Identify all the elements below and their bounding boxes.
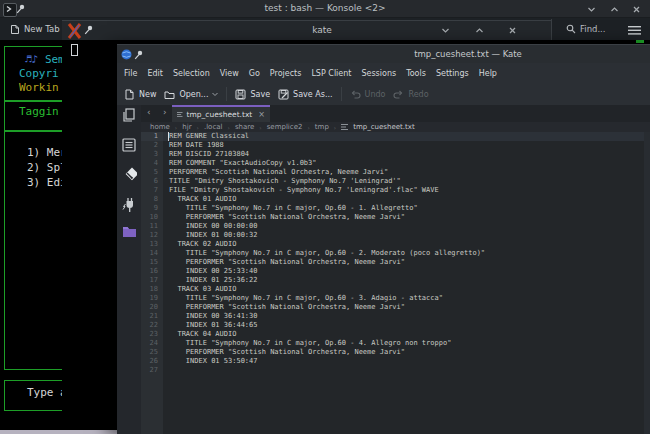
- symbol-list-icon[interactable]: [122, 138, 136, 152]
- editor-line[interactable]: 27: [141, 366, 650, 375]
- editor-line[interactable]: 2REM DATE 1988: [141, 141, 650, 150]
- breadcrumb-file[interactable]: tmp_cuesheet.txt: [353, 123, 414, 131]
- terminal-border-peek: [636, 40, 644, 43]
- editor-line[interactable]: 3REM DISCID 27103804: [141, 150, 650, 159]
- editor-area[interactable]: 1REM GENRE Classical2REM DATE 19883REM D…: [141, 132, 650, 434]
- tab-prev-icon[interactable]: ‹: [147, 107, 151, 117]
- editor-line[interactable]: 13 TRACK 02 AUDIO: [141, 240, 650, 249]
- crumb-home[interactable]: home: [150, 123, 170, 131]
- menu-tools[interactable]: Tools: [406, 69, 426, 78]
- tab-close-icon[interactable]: ×: [258, 110, 265, 119]
- terminal-plug-icon[interactable]: [122, 197, 136, 214]
- line-number: 17: [141, 276, 163, 285]
- find-button[interactable]: Find...: [566, 22, 606, 36]
- editor-line[interactable]: 12 INDEX 01 00:00:32: [141, 231, 650, 240]
- pin-icon[interactable]: [134, 50, 143, 60]
- editor-line[interactable]: 25 PERFORMER "Scottish National Orchestr…: [141, 348, 650, 357]
- close-icon[interactable]: [508, 26, 517, 35]
- open-button[interactable]: Open...: [164, 89, 218, 100]
- kate-terminal-titlebar[interactable]: kate: [62, 20, 551, 40]
- breadcrumb: home›hjr›.local›share›semplice2›tmp› tmp…: [141, 122, 650, 132]
- line-number: 4: [141, 159, 163, 168]
- undo-button[interactable]: Undo: [350, 89, 386, 100]
- line-text: INDEX 01 53:50:47: [163, 357, 650, 366]
- line-text: INDEX 01 00:00:32: [163, 231, 650, 240]
- menu-go[interactable]: Go: [249, 69, 260, 78]
- pin-icon[interactable]: [84, 25, 93, 35]
- close-icon[interactable]: [632, 5, 641, 14]
- line-text: PERFORMER "Scottish National Orchestra, …: [163, 258, 650, 267]
- kate-toolbar: New Open... Save Save As... Undo Redo: [117, 83, 650, 105]
- minimize-icon[interactable]: [587, 5, 596, 14]
- kate-menubar: FileEditSelectionViewGoProjectsLSP Clien…: [117, 63, 650, 83]
- line-text: INDEX 00 00:00:00: [163, 222, 650, 231]
- tab-tmp-cuesheet[interactable]: tmp_cuesheet.txt ×: [172, 105, 270, 122]
- editor-line[interactable]: 8 TRACK 01 AUDIO: [141, 195, 650, 204]
- editor-line[interactable]: 10 PERFORMER "Scottish National Orchestr…: [141, 213, 650, 222]
- menu-help[interactable]: Help: [479, 69, 497, 78]
- editor-line[interactable]: 17 INDEX 01 25:36:22: [141, 276, 650, 285]
- documents-icon[interactable]: [122, 108, 136, 123]
- editor-line[interactable]: 24 TITLE "Symphony No.7 in C major, Op.6…: [141, 339, 650, 348]
- kate-titlebar[interactable]: tmp_cuesheet.txt — Kate: [117, 44, 650, 63]
- editor-line[interactable]: 1REM GENRE Classical: [141, 132, 650, 141]
- editor-line[interactable]: 19 TITLE "Symphony No.7 in C major, Op.6…: [141, 294, 650, 303]
- line-number: 21: [141, 312, 163, 321]
- crumb-hjr[interactable]: hjr: [182, 123, 191, 131]
- editor-line[interactable]: 21 INDEX 00 36:41:30: [141, 312, 650, 321]
- minimize-icon[interactable]: [441, 26, 450, 35]
- editor-line[interactable]: 4REM COMMENT "ExactAudioCopy v1.0b3": [141, 159, 650, 168]
- maximize-icon[interactable]: [610, 5, 619, 14]
- menu-settings[interactable]: Settings: [436, 69, 469, 78]
- line-text: TRACK 01 AUDIO: [163, 195, 650, 204]
- editor-line[interactable]: 11 INDEX 00 00:00:00: [141, 222, 650, 231]
- menu-view[interactable]: View: [220, 69, 239, 78]
- terminal-content[interactable]: ♬♪ Sem Copyri Workin Taggin 1) Mer2) Spl…: [0, 40, 63, 434]
- save-button[interactable]: Save: [235, 89, 270, 100]
- editor-line[interactable]: 16 INDEX 00 25:33:40: [141, 267, 650, 276]
- crumb-semplice2[interactable]: semplice2: [267, 123, 303, 131]
- line-text: REM COMMENT "ExactAudioCopy v1.0b3": [163, 159, 650, 168]
- menu-file[interactable]: File: [124, 69, 137, 78]
- editor-line[interactable]: 15 PERFORMER "Scottish National Orchestr…: [141, 258, 650, 267]
- menu-lsp-client[interactable]: LSP Client: [311, 69, 351, 78]
- kate-terminal-title: kate: [292, 25, 352, 35]
- line-number: 14: [141, 249, 163, 258]
- editor-line[interactable]: 14 TITLE "Symphony No.7 in C major, Op.6…: [141, 249, 650, 258]
- menu-projects[interactable]: Projects: [270, 69, 302, 78]
- konsole-window-title: test : bash — Konsole <2>: [0, 3, 650, 13]
- scrollbar[interactable]: [644, 132, 650, 434]
- editor-line[interactable]: 6TITLE "Dmitry Shostakovich - Symphony N…: [141, 177, 650, 186]
- hamburger-menu-icon[interactable]: [628, 26, 641, 35]
- git-icon[interactable]: [122, 167, 137, 183]
- new-tab-label: New Tab: [24, 24, 60, 34]
- kate-window: tmp_cuesheet.txt — Kate FileEditSelectio…: [117, 44, 650, 434]
- breadcrumb-items: home›hjr›.local›share›semplice2›tmp›: [150, 123, 336, 131]
- filesystem-folder-icon[interactable]: [122, 225, 137, 238]
- editor-line[interactable]: 18 TRACK 03 AUDIO: [141, 285, 650, 294]
- crumb-separator: ›: [175, 124, 177, 131]
- editor-line[interactable]: 9 TITLE "Symphony No.7 in C major, Op.60…: [141, 204, 650, 213]
- line-text: PERFORMER "Scottish National Orchestra, …: [163, 213, 650, 222]
- menu-selection[interactable]: Selection: [173, 69, 210, 78]
- menu-sessions[interactable]: Sessions: [361, 69, 396, 78]
- file-icon: [177, 111, 183, 118]
- editor-line[interactable]: 22 INDEX 01 36:44:65: [141, 321, 650, 330]
- editor-line[interactable]: 20 PERFORMER "Scottish National Orchestr…: [141, 303, 650, 312]
- save-as-button[interactable]: Save As...: [278, 89, 332, 100]
- redo-button[interactable]: Redo: [393, 89, 428, 100]
- editor-line[interactable]: 7FILE "Dmitry Shostakovich - Symphony No…: [141, 186, 650, 195]
- crumb-share[interactable]: share: [235, 123, 254, 131]
- x11-window-icon: [67, 23, 82, 39]
- menu-edit[interactable]: Edit: [147, 69, 163, 78]
- maximize-icon[interactable]: [475, 26, 484, 35]
- crumb-tmp[interactable]: tmp: [315, 123, 329, 131]
- editor-line[interactable]: 23 TRACK 04 AUDIO: [141, 330, 650, 339]
- crumb-local[interactable]: .local: [204, 123, 223, 131]
- tui-tagging-line: Taggin: [19, 106, 59, 118]
- tui-prompt-line: Type a: [27, 387, 63, 399]
- editor-line[interactable]: 26 INDEX 01 53:50:47: [141, 357, 650, 366]
- editor-line[interactable]: 5PERFORMER "Scottish National Orchestra,…: [141, 168, 650, 177]
- new-button[interactable]: New: [124, 89, 156, 100]
- tab-next-icon[interactable]: ›: [163, 107, 167, 117]
